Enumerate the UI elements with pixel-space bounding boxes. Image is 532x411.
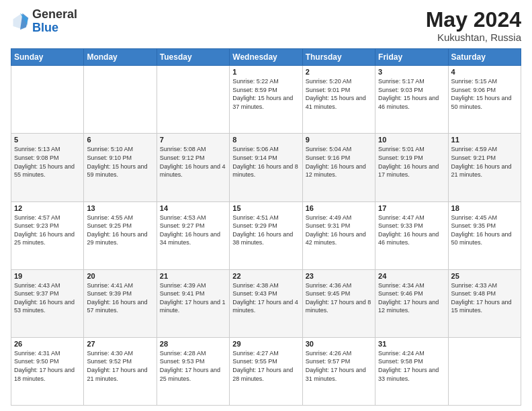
calendar-cell: 6Sunrise: 5:10 AM Sunset: 9:10 PM Daylig…: [84, 134, 157, 201]
day-number: 9: [306, 136, 372, 144]
page: General Blue May 2024 Kukushtan, Russia …: [0, 0, 532, 411]
calendar-cell: 18Sunrise: 4:45 AM Sunset: 9:35 PM Dayli…: [448, 201, 521, 269]
day-info: Sunrise: 4:59 AM Sunset: 9:21 PM Dayligh…: [451, 145, 518, 179]
day-info: Sunrise: 4:30 AM Sunset: 9:52 PM Dayligh…: [87, 349, 153, 383]
day-info: Sunrise: 5:15 AM Sunset: 9:06 PM Dayligh…: [451, 77, 518, 111]
day-number: 21: [160, 272, 226, 280]
calendar-cell: [84, 66, 157, 134]
calendar-week-1: 1Sunrise: 5:22 AM Sunset: 8:59 PM Daylig…: [11, 66, 521, 134]
col-friday: Friday: [375, 49, 448, 66]
day-info: Sunrise: 5:06 AM Sunset: 9:14 PM Dayligh…: [232, 145, 299, 179]
day-number: 13: [87, 204, 153, 212]
day-number: 22: [232, 272, 299, 280]
day-number: 1: [232, 68, 299, 76]
calendar-cell: 31Sunrise: 4:24 AM Sunset: 9:58 PM Dayli…: [375, 337, 448, 405]
title-location: Kukushtan, Russia: [426, 32, 521, 43]
calendar-cell: 2Sunrise: 5:20 AM Sunset: 9:01 PM Daylig…: [302, 66, 375, 134]
day-info: Sunrise: 5:22 AM Sunset: 8:59 PM Dayligh…: [232, 77, 299, 111]
day-number: 26: [14, 340, 81, 348]
day-info: Sunrise: 4:45 AM Sunset: 9:35 PM Dayligh…: [451, 214, 518, 247]
logo-icon: [11, 12, 30, 31]
day-info: Sunrise: 5:17 AM Sunset: 9:03 PM Dayligh…: [378, 77, 445, 111]
day-number: 8: [232, 136, 299, 144]
day-number: 28: [160, 340, 226, 348]
day-info: Sunrise: 4:38 AM Sunset: 9:43 PM Dayligh…: [232, 281, 299, 315]
day-number: 25: [451, 272, 518, 280]
title-block: May 2024 Kukushtan, Russia: [426, 8, 521, 43]
calendar-cell: 9Sunrise: 5:04 AM Sunset: 9:16 PM Daylig…: [302, 134, 375, 201]
logo-text: General Blue: [32, 8, 77, 35]
day-info: Sunrise: 4:28 AM Sunset: 9:53 PM Dayligh…: [160, 349, 226, 383]
day-number: 15: [232, 204, 299, 212]
calendar-cell: 20Sunrise: 4:41 AM Sunset: 9:39 PM Dayli…: [84, 269, 157, 337]
calendar-table: Sunday Monday Tuesday Wednesday Thursday…: [11, 48, 521, 406]
day-info: Sunrise: 5:08 AM Sunset: 9:12 PM Dayligh…: [160, 145, 226, 179]
day-number: 5: [14, 136, 81, 144]
day-number: 29: [232, 340, 299, 348]
day-info: Sunrise: 4:36 AM Sunset: 9:45 PM Dayligh…: [306, 281, 372, 315]
calendar-cell: 24Sunrise: 4:34 AM Sunset: 9:46 PM Dayli…: [375, 269, 448, 337]
calendar-cell: 5Sunrise: 5:13 AM Sunset: 9:08 PM Daylig…: [11, 134, 84, 201]
calendar-cell: 26Sunrise: 4:31 AM Sunset: 9:50 PM Dayli…: [11, 337, 84, 405]
calendar-cell: 29Sunrise: 4:27 AM Sunset: 9:55 PM Dayli…: [230, 337, 302, 405]
calendar-cell: 28Sunrise: 4:28 AM Sunset: 9:53 PM Dayli…: [157, 337, 229, 405]
calendar-cell: 17Sunrise: 4:47 AM Sunset: 9:33 PM Dayli…: [375, 201, 448, 269]
logo-blue: Blue: [32, 21, 58, 34]
calendar-cell: 27Sunrise: 4:30 AM Sunset: 9:52 PM Dayli…: [84, 337, 157, 405]
calendar-cell: 19Sunrise: 4:43 AM Sunset: 9:37 PM Dayli…: [11, 269, 84, 337]
day-number: 16: [306, 204, 372, 212]
calendar-cell: [157, 66, 229, 134]
day-info: Sunrise: 5:01 AM Sunset: 9:19 PM Dayligh…: [378, 145, 445, 179]
day-number: 2: [306, 68, 372, 76]
day-number: 24: [378, 272, 445, 280]
col-monday: Monday: [84, 49, 157, 66]
day-number: 20: [87, 272, 153, 280]
calendar-week-2: 5Sunrise: 5:13 AM Sunset: 9:08 PM Daylig…: [11, 134, 521, 201]
calendar-cell: 22Sunrise: 4:38 AM Sunset: 9:43 PM Dayli…: [230, 269, 302, 337]
col-thursday: Thursday: [302, 49, 375, 66]
day-number: 10: [378, 136, 445, 144]
day-info: Sunrise: 4:47 AM Sunset: 9:33 PM Dayligh…: [378, 214, 445, 247]
day-info: Sunrise: 4:34 AM Sunset: 9:46 PM Dayligh…: [378, 281, 445, 315]
day-info: Sunrise: 5:20 AM Sunset: 9:01 PM Dayligh…: [306, 77, 372, 111]
day-number: 23: [306, 272, 372, 280]
logo: General Blue: [11, 8, 77, 35]
calendar-cell: 4Sunrise: 5:15 AM Sunset: 9:06 PM Daylig…: [448, 66, 521, 134]
calendar-cell: 13Sunrise: 4:55 AM Sunset: 9:25 PM Dayli…: [84, 201, 157, 269]
day-info: Sunrise: 4:33 AM Sunset: 9:48 PM Dayligh…: [451, 281, 518, 315]
day-number: 3: [378, 68, 445, 76]
day-info: Sunrise: 4:49 AM Sunset: 9:31 PM Dayligh…: [306, 214, 372, 247]
calendar-cell: 15Sunrise: 4:51 AM Sunset: 9:29 PM Dayli…: [230, 201, 302, 269]
day-number: 14: [160, 204, 226, 212]
calendar-cell: 30Sunrise: 4:26 AM Sunset: 9:57 PM Dayli…: [302, 337, 375, 405]
header: General Blue May 2024 Kukushtan, Russia: [11, 8, 521, 43]
day-number: 27: [87, 340, 153, 348]
calendar-cell: 16Sunrise: 4:49 AM Sunset: 9:31 PM Dayli…: [302, 201, 375, 269]
day-info: Sunrise: 4:27 AM Sunset: 9:55 PM Dayligh…: [232, 349, 299, 383]
day-info: Sunrise: 4:41 AM Sunset: 9:39 PM Dayligh…: [87, 281, 153, 315]
day-number: 18: [451, 204, 518, 212]
day-info: Sunrise: 4:53 AM Sunset: 9:27 PM Dayligh…: [160, 214, 226, 247]
logo-general: General: [32, 7, 77, 21]
calendar-header-row: Sunday Monday Tuesday Wednesday Thursday…: [11, 49, 521, 66]
calendar-cell: 1Sunrise: 5:22 AM Sunset: 8:59 PM Daylig…: [230, 66, 302, 134]
day-info: Sunrise: 4:43 AM Sunset: 9:37 PM Dayligh…: [14, 281, 81, 315]
day-info: Sunrise: 4:24 AM Sunset: 9:58 PM Dayligh…: [378, 349, 445, 383]
day-number: 17: [378, 204, 445, 212]
calendar-cell: 8Sunrise: 5:06 AM Sunset: 9:14 PM Daylig…: [230, 134, 302, 201]
day-number: 31: [378, 340, 445, 348]
day-number: 30: [306, 340, 372, 348]
day-info: Sunrise: 5:04 AM Sunset: 9:16 PM Dayligh…: [306, 145, 372, 179]
day-info: Sunrise: 4:57 AM Sunset: 9:23 PM Dayligh…: [14, 214, 81, 247]
calendar-cell: 14Sunrise: 4:53 AM Sunset: 9:27 PM Dayli…: [157, 201, 229, 269]
day-number: 6: [87, 136, 153, 144]
day-info: Sunrise: 5:13 AM Sunset: 9:08 PM Dayligh…: [14, 145, 81, 179]
day-number: 11: [451, 136, 518, 144]
day-info: Sunrise: 4:26 AM Sunset: 9:57 PM Dayligh…: [306, 349, 372, 383]
calendar-cell: 21Sunrise: 4:39 AM Sunset: 9:41 PM Dayli…: [157, 269, 229, 337]
day-number: 19: [14, 272, 81, 280]
calendar-cell: 3Sunrise: 5:17 AM Sunset: 9:03 PM Daylig…: [375, 66, 448, 134]
day-info: Sunrise: 4:55 AM Sunset: 9:25 PM Dayligh…: [87, 214, 153, 247]
col-tuesday: Tuesday: [157, 49, 229, 66]
col-wednesday: Wednesday: [230, 49, 302, 66]
